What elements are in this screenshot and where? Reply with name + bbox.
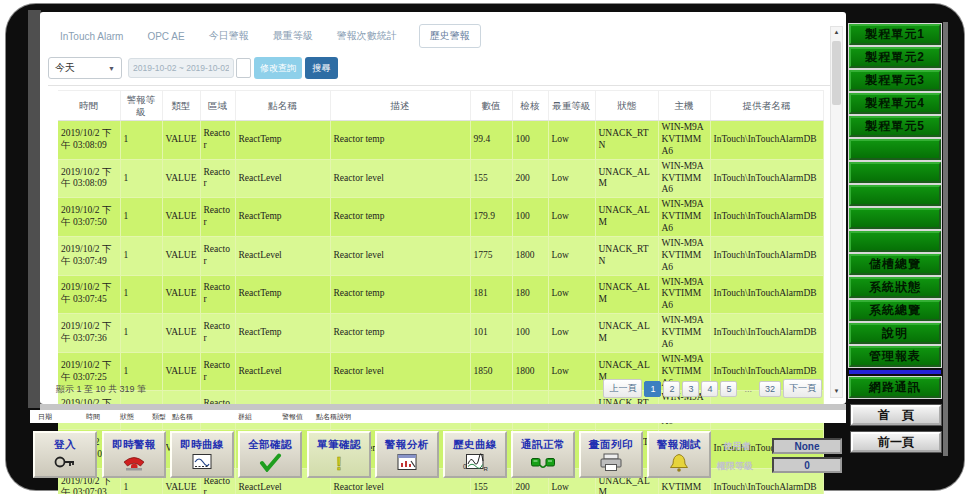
table-row[interactable]: 2019/10/2 下午 03:08:091VALUEReactorReactL… (58, 159, 823, 198)
page-nav-button[interactable]: 上一頁 (603, 379, 642, 398)
sidebar-item-network[interactable]: 網路通訊 (849, 377, 941, 398)
table-cell: ReactTemp (235, 198, 330, 237)
sidebar-item-blank[interactable] (849, 208, 941, 229)
tab-4[interactable]: 最重等級 (271, 25, 315, 47)
toolbar-button-print[interactable]: 畫面列印 (579, 431, 643, 478)
screen: InTouch AlarmOPC AE今日警報最重等級警報次數統計歷史警報 今天… (0, 0, 970, 494)
page-button-5[interactable]: 5 (720, 381, 737, 397)
date-range-input[interactable] (128, 58, 234, 78)
sidebar-item-13[interactable]: 系統總覽 (849, 300, 941, 321)
tab-3[interactable]: 今日警報 (207, 25, 251, 47)
table-row[interactable]: 2019/10/2 下午 03:07:451VALUEReactorReactT… (58, 275, 823, 314)
ack-all-icon (257, 453, 283, 472)
page-button-3[interactable]: 3 (682, 381, 699, 397)
column-header: 狀態 (595, 91, 658, 121)
toolbar-button-comm-status[interactable]: 通訊正常 (511, 431, 575, 478)
toolbar-button-alarm-analysis[interactable]: 警報分析 (375, 431, 439, 478)
table-cell: 1 (120, 314, 162, 353)
tab-5[interactable]: 警報次數統計 (335, 25, 399, 47)
ticker-column-label: 狀態 (120, 412, 134, 422)
toolbar-button-ack-single[interactable]: 單筆確認! (307, 431, 371, 478)
page-nav-button[interactable]: 下一頁 (783, 379, 822, 398)
ticker-column-label: 點名稱 (172, 412, 193, 422)
vertical-scrollbar[interactable]: ▲ ▼ (830, 26, 843, 398)
table-cell: UNACK_ALM (595, 198, 658, 237)
table-cell: 2019/10/2 下午 03:07:45 (58, 275, 120, 314)
column-header: 警報等級 (120, 91, 162, 121)
table-row[interactable]: 2019/10/2 下午 03:07:361VALUEReactorReactT… (58, 314, 823, 353)
table-cell: UNACK_RTN (595, 121, 658, 160)
column-header: 主機 (658, 91, 710, 121)
date-picker-toggle[interactable] (236, 58, 251, 78)
toolbar-button-history-trend[interactable]: 歷史曲線0R (443, 431, 507, 478)
sidebar-item-2[interactable]: 製程單元2 (849, 47, 941, 68)
table-cell: VALUE (162, 159, 200, 198)
sidebar-item-1[interactable]: 製程單元1 (849, 24, 941, 45)
search-button[interactable]: 搜尋 (305, 57, 338, 79)
toolbar-button-login[interactable]: 登入 (33, 431, 97, 478)
scroll-up-icon[interactable]: ▲ (831, 27, 842, 38)
table-cell: Reactor (200, 121, 235, 160)
tab-1[interactable]: InTouch Alarm (58, 27, 125, 46)
svg-text:R: R (484, 466, 489, 472)
modify-query-button[interactable]: 修改查詢 (254, 57, 302, 79)
sidebar-item-4[interactable]: 製程單元4 (849, 93, 941, 114)
back-button[interactable]: 前一頁 (851, 432, 941, 452)
sidebar-item-5[interactable]: 製程單元5 (849, 116, 941, 137)
table-row[interactable]: 2019/10/2 下午 03:07:491VALUEReactorReactL… (58, 236, 823, 275)
table-cell: VALUE (162, 198, 200, 237)
ticker-column-label: 日期 (38, 412, 52, 422)
page-button-4[interactable]: 4 (701, 381, 718, 397)
table-cell: Reactor temp (330, 121, 470, 160)
table-cell: UNACK_ALM (595, 275, 658, 314)
table-cell: 101 (470, 314, 512, 353)
toolbar-button-realtime-trend[interactable]: 即時曲線 (170, 431, 234, 478)
level-value-display: 0 (772, 457, 842, 473)
toolbar-button-label: 即時曲線 (180, 438, 224, 452)
toolbar-button-label: 全部確認 (248, 438, 292, 452)
table-cell: Reactor (200, 275, 235, 314)
toolbar-button-ack-all[interactable]: 全部確認 (238, 431, 302, 478)
scrollbar-thumb[interactable] (832, 41, 841, 105)
table-cell: Reactor (200, 314, 235, 353)
table-cell: InTouch\InTouchAlarmDB (710, 236, 823, 275)
table-cell: WIN-M9AKVTIMMA6 (658, 198, 710, 237)
table-row[interactable]: 2019/10/2 下午 03:08:091VALUEReactorReactT… (58, 121, 823, 160)
gap (849, 400, 941, 403)
toolbar-button-alarm-test[interactable]: 警報測試 (647, 431, 711, 478)
sidebar-item-blank[interactable] (849, 139, 941, 160)
home-button[interactable]: 首 頁 (851, 405, 941, 425)
sidebar-item-14[interactable]: 說明 (849, 323, 941, 344)
sidebar-item-blank[interactable] (849, 162, 941, 183)
svg-text:!: ! (336, 453, 342, 472)
history-trend-icon: 0R (462, 453, 488, 472)
filter-row: 今天 ▼ 修改查詢 搜尋 (40, 57, 846, 79)
table-cell: 155 (470, 159, 512, 198)
sidebar-item-12[interactable]: 系統狀態 (849, 277, 941, 298)
sidebar-item-3[interactable]: 製程單元3 (849, 70, 941, 91)
table-cell: InTouch\InTouchAlarmDB (710, 314, 823, 353)
sidebar-item-11[interactable]: 儲槽總覽 (849, 254, 941, 275)
column-header: 描述 (330, 91, 470, 121)
scroll-down-icon[interactable]: ▼ (831, 386, 842, 397)
table-cell: Reactor temp (330, 314, 470, 353)
page-button-2[interactable]: 2 (663, 381, 680, 397)
sidebar-item-blank[interactable] (849, 185, 941, 206)
table-cell: Low (548, 314, 595, 353)
period-select[interactable]: 今天 ▼ (48, 57, 122, 79)
table-cell: 1 (120, 198, 162, 237)
ticker-column-label: 群組 (238, 412, 252, 422)
sidebar-item-blank[interactable] (849, 231, 941, 252)
table-cell: 180 (512, 275, 548, 314)
tab-6[interactable]: 歷史警報 (419, 24, 481, 48)
table-cell: 1775 (470, 236, 512, 275)
toolbar-button-realtime-alarm[interactable]: 即時警報 (102, 431, 166, 478)
page-button-1[interactable]: 1 (644, 381, 661, 397)
table-cell: 1 (120, 159, 162, 198)
alarm-test-icon (666, 453, 692, 472)
sidebar-item-15[interactable]: 管理報表 (849, 346, 941, 367)
table-cell: Reactor (200, 198, 235, 237)
table-row[interactable]: 2019/10/2 下午 03:07:501VALUEReactorReactT… (58, 198, 823, 237)
tab-2[interactable]: OPC AE (145, 27, 186, 46)
page-button-32[interactable]: 32 (759, 381, 781, 397)
